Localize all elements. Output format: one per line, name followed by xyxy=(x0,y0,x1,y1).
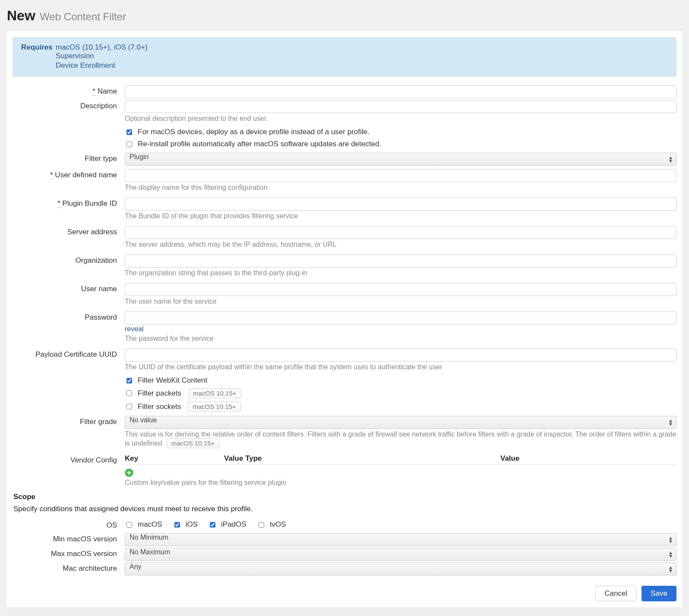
requires-link-supervision[interactable]: Supervision xyxy=(56,52,148,60)
chk-os-ios[interactable]: iOS xyxy=(173,520,198,529)
helper-password: The password for the service xyxy=(125,335,676,343)
tag-macos-grade: macOS 10.15+ xyxy=(167,438,219,448)
name-input[interactable] xyxy=(125,85,676,98)
user-defined-name-input[interactable] xyxy=(125,169,676,182)
label-user-name: User name xyxy=(13,283,125,293)
tag-macos-packets: macOS 10.15+ xyxy=(188,388,241,398)
plugin-bundle-id-input[interactable] xyxy=(125,198,676,211)
requires-os-line: macOS (10.15+), iOS (7.0+) xyxy=(56,43,148,52)
label-plugin-bundle-id: * Plugin Bundle ID xyxy=(13,198,125,208)
page-header: New Web Content Filter xyxy=(6,6,683,31)
organization-input[interactable] xyxy=(125,255,676,267)
label-payload-cert-uuid: Payload Certificate UUID xyxy=(13,349,125,359)
label-mac-arch: Mac architecture xyxy=(13,563,125,573)
reveal-link[interactable]: reveal xyxy=(125,325,676,333)
label-description: Description xyxy=(13,100,125,110)
cancel-button[interactable]: Cancel xyxy=(595,586,636,601)
description-input[interactable] xyxy=(125,100,676,113)
filter-grade-select[interactable]: No value ▲▼ xyxy=(125,416,676,429)
vendor-config-header: Key Value Type Value xyxy=(125,454,676,465)
label-min-macos: Min macOS version xyxy=(13,533,125,544)
chk-filter-sockets-box[interactable] xyxy=(126,404,132,409)
chk-os-tvos-box[interactable] xyxy=(259,522,264,528)
helper-organization: The organization string that passes to t… xyxy=(125,269,676,277)
chk-device-profile-box[interactable] xyxy=(126,129,132,135)
server-address-input[interactable] xyxy=(125,226,676,239)
label-server-address: Server address xyxy=(13,226,125,236)
password-input[interactable] xyxy=(125,311,676,324)
chk-filter-packets-box[interactable] xyxy=(126,390,132,396)
helper-filter-grade: This value is for deriving the relative … xyxy=(125,431,676,448)
form-panel: Requires macOS (10.15+), iOS (7.0+) Supe… xyxy=(6,31,683,608)
chk-filter-packets[interactable]: Filter packets macOS 10.15+ xyxy=(125,388,676,398)
scope-title: Scope xyxy=(13,493,676,501)
payload-cert-uuid-input[interactable] xyxy=(125,349,676,361)
helper-user-name: The user name for the service xyxy=(125,298,676,305)
add-vendor-row-button[interactable]: + xyxy=(125,468,133,477)
helper-user-defined-name: The display name for this filtering conf… xyxy=(125,184,676,192)
chk-os-ipados[interactable]: iPadOS xyxy=(208,520,247,529)
label-max-macos: Max macOS version xyxy=(13,548,125,558)
label-filter-type: Filter type xyxy=(13,153,125,163)
user-name-input[interactable] xyxy=(125,283,676,296)
chk-os-tvos[interactable]: tvOS xyxy=(257,520,286,529)
max-macos-select[interactable]: No Maximum ▲▼ xyxy=(125,548,676,561)
label-filter-grade: Filter grade xyxy=(13,416,125,426)
page-subtitle: Web Content Filter xyxy=(40,11,126,22)
label-organization: Organization xyxy=(13,255,125,265)
helper-vendor-config: Custom key/value pairs for the filtering… xyxy=(125,479,676,487)
chk-reinstall-box[interactable] xyxy=(126,141,132,147)
label-user-defined-name: * User defined name xyxy=(13,169,125,179)
helper-plugin-bundle-id: The Bundle ID of the plugin that provide… xyxy=(125,212,676,220)
label-password: Password xyxy=(13,311,125,322)
chk-filter-sockets[interactable]: Filter sockets macOS 10.15+ xyxy=(125,402,676,412)
page-title: New xyxy=(7,8,35,23)
helper-description: Optional description presented to the en… xyxy=(125,115,676,123)
chk-os-macos[interactable]: macOS xyxy=(125,520,162,529)
chk-reinstall[interactable]: Re-install profile automatically after m… xyxy=(125,140,676,148)
scope-desc: Specify conditions that assigned devices… xyxy=(13,505,676,513)
helper-server-address: The server address, which may be the IP … xyxy=(125,241,676,248)
mac-arch-select[interactable]: Any ▲▼ xyxy=(125,563,676,575)
requires-link-device-enrollment[interactable]: Device Enrollment xyxy=(56,61,148,70)
save-button[interactable]: Save xyxy=(642,586,676,601)
chk-filter-webkit-box[interactable] xyxy=(126,378,132,383)
chk-filter-webkit[interactable]: Filter WebKit Content xyxy=(125,376,676,385)
chk-os-macos-box[interactable] xyxy=(126,522,132,528)
requires-box: Requires macOS (10.15+), iOS (7.0+) Supe… xyxy=(13,37,676,77)
chk-device-profile[interactable]: For macOS devices, deploy as a device pr… xyxy=(125,128,676,136)
chk-os-ios-box[interactable] xyxy=(174,522,180,528)
label-os: OS xyxy=(13,519,125,530)
label-name: * Name xyxy=(13,85,125,96)
tag-macos-sockets: macOS 10.15+ xyxy=(188,402,240,412)
min-macos-select[interactable]: No Minimum ▲▼ xyxy=(125,533,676,546)
label-vendor-config: Vendor Config xyxy=(13,454,125,465)
helper-payload-cert-uuid: The UUID of the certificate payload with… xyxy=(125,363,676,371)
filter-type-select[interactable]: Plugin ▲▼ xyxy=(125,153,676,166)
chk-os-ipados-box[interactable] xyxy=(210,522,215,528)
requires-label: Requires xyxy=(21,43,52,71)
